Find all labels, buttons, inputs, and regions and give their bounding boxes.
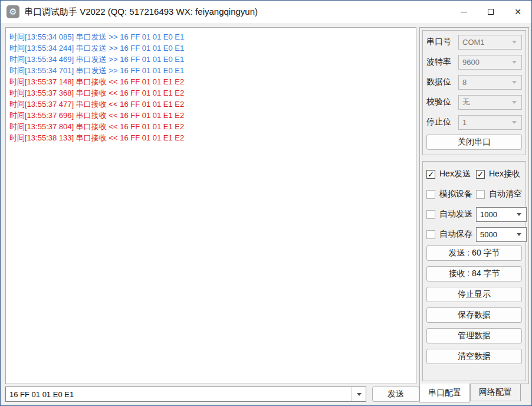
auto-save-checkbox[interactable]: 自动保存 xyxy=(426,229,472,240)
option-row-2-left: 自动发送 xyxy=(426,209,476,220)
port-value: COM1 xyxy=(462,38,485,47)
databits-label: 数据位 xyxy=(426,77,458,87)
tab-serial-config[interactable]: 串口配置 xyxy=(419,384,470,402)
send-data-input[interactable] xyxy=(6,387,352,401)
clear-data-button[interactable]: 清空数据 xyxy=(426,349,522,364)
chevron-down-icon xyxy=(512,61,517,64)
auto-clear-checkbox[interactable]: 自动清空 xyxy=(476,189,522,199)
minimize-icon xyxy=(461,12,467,12)
serial-settings-rows: 串口号COM1波特率9600数据位8校验位无停止位1 xyxy=(426,34,522,130)
simulate-device-label: 模拟设备 xyxy=(439,189,472,199)
manage-data-button[interactable]: 管理数据 xyxy=(426,328,522,343)
stopbits-row: 停止位1 xyxy=(426,114,522,130)
hex-send-checkbox[interactable]: ✓Hex发送 xyxy=(426,169,471,179)
receive-count-button[interactable]: 接收 : 84 字节 xyxy=(426,266,522,281)
option-row-2: 自动发送1000 xyxy=(426,204,522,224)
log-line-receive: 时间[13:55:37 696] 串口接收 << 16 FF 01 01 E1 … xyxy=(9,110,412,121)
chevron-down-icon xyxy=(357,393,362,396)
option-row-0-left: ✓Hex发送 xyxy=(426,169,476,179)
hex-receive-label: Hex接收 xyxy=(489,169,520,179)
checkbox-unchecked-icon xyxy=(426,210,435,219)
close-serial-button[interactable]: 关闭串口 xyxy=(426,135,522,150)
option-row-1: 模拟设备自动清空 xyxy=(426,184,522,204)
log-line-receive: 时间[13:55:37 804] 串口接收 << 16 FF 01 01 E1 … xyxy=(9,121,412,132)
send-history-dropdown-button[interactable] xyxy=(352,387,366,401)
send-button[interactable]: 发送 xyxy=(372,387,419,402)
close-icon: ✕ xyxy=(514,8,521,16)
baudrate-value: 9600 xyxy=(462,58,480,67)
hex-send-label: Hex发送 xyxy=(439,169,471,179)
auto-send-label: 自动发送 xyxy=(439,209,472,220)
stopbits-value: 1 xyxy=(462,118,467,127)
log-line-receive: 时间[13:55:37 148] 串口接收 << 16 FF 01 01 E1 … xyxy=(9,76,412,87)
option-row-3: 自动保存5000 xyxy=(426,224,522,244)
chevron-down-icon xyxy=(517,213,521,216)
stopbits-label: 停止位 xyxy=(426,117,458,127)
serial-config-pane: 串口号COM1波特率9600数据位8校验位无停止位1 关闭串口 ✓Hex发送✓H… xyxy=(419,27,529,384)
send-count-button[interactable]: 发送 : 60 字节 xyxy=(426,245,522,261)
simulate-device-checkbox[interactable]: 模拟设备 xyxy=(426,189,472,199)
log-line-send: 时间[13:55:34 085] 串口发送 >> 16 FF 01 01 E0 … xyxy=(9,31,412,42)
checkbox-checked-icon: ✓ xyxy=(426,170,435,179)
chevron-down-icon xyxy=(512,81,517,84)
send-data-combobox xyxy=(5,387,366,402)
auto-send-interval-combo[interactable]: 1000 xyxy=(476,207,527,222)
port-row: 串口号COM1 xyxy=(426,34,522,50)
checkbox-checked-icon: ✓ xyxy=(476,170,485,179)
stopbits-combo[interactable]: 1 xyxy=(458,115,522,130)
parity-label: 校验位 xyxy=(426,97,458,107)
databits-combo[interactable]: 8 xyxy=(458,75,522,90)
title-bar: ⚙ 串口调试助手 V2022 (QQ: 517216493 WX: feiyan… xyxy=(1,1,531,23)
baudrate-row: 波特率9600 xyxy=(426,54,522,70)
parity-combo[interactable]: 无 xyxy=(458,95,522,110)
chevron-down-icon xyxy=(512,101,517,104)
window-title: 串口调试助手 V2022 (QQ: 517216493 WX: feiyangq… xyxy=(24,6,258,18)
checkbox-unchecked-icon xyxy=(426,190,435,199)
chevron-down-icon xyxy=(512,41,517,44)
log-line-send: 时间[13:55:34 244] 串口发送 >> 16 FF 01 01 E0 … xyxy=(9,42,412,54)
tab-network-config[interactable]: 网络配置 xyxy=(470,384,521,401)
stop-display-button[interactable]: 停止显示 xyxy=(426,287,522,302)
auto-clear-label: 自动清空 xyxy=(489,189,522,199)
hex-receive-checkbox[interactable]: ✓Hex接收 xyxy=(476,169,520,179)
gear-icon: ⚙ xyxy=(6,5,19,18)
close-button[interactable]: ✕ xyxy=(504,1,531,23)
log-line-send: 时间[13:55:34 469] 串口发送 >> 16 FF 01 01 E0 … xyxy=(9,54,412,65)
options-group: ✓Hex发送✓Hex接收模拟设备自动清空自动发送1000自动保存5000 发送 … xyxy=(422,161,526,381)
chevron-down-icon xyxy=(517,233,521,236)
save-data-button[interactable]: 保存数据 xyxy=(426,307,522,323)
serial-settings-group: 串口号COM1波特率9600数据位8校验位无停止位1 关闭串口 xyxy=(422,30,526,155)
baudrate-label: 波特率 xyxy=(426,57,458,67)
auto-save-interval-value: 5000 xyxy=(480,230,497,239)
port-label: 串口号 xyxy=(426,37,458,47)
auto-send-interval-value: 1000 xyxy=(480,210,497,219)
tab-bar: 串口配置网络配置 xyxy=(419,384,521,402)
parity-row: 校验位无 xyxy=(426,94,522,110)
checkbox-unchecked-icon xyxy=(426,230,435,239)
log-line-receive: 时间[13:55:37 368] 串口接收 << 16 FF 01 01 E1 … xyxy=(9,87,412,99)
log-line-receive: 时间[13:55:38 133] 串口接收 << 16 FF 01 01 E1 … xyxy=(9,132,412,143)
option-rows: ✓Hex发送✓Hex接收模拟设备自动清空自动发送1000自动保存5000 xyxy=(426,164,522,244)
auto-save-label: 自动保存 xyxy=(439,229,472,240)
databits-row: 数据位8 xyxy=(426,74,522,90)
maximize-icon xyxy=(488,9,494,15)
maximize-button[interactable] xyxy=(477,1,504,23)
log-line-send: 时间[13:55:34 701] 串口发送 >> 16 FF 01 01 E0 … xyxy=(9,65,412,76)
auto-save-interval-combo[interactable]: 5000 xyxy=(476,227,527,242)
chevron-down-icon xyxy=(512,121,517,124)
checkbox-unchecked-icon xyxy=(476,190,485,199)
auto-send-checkbox[interactable]: 自动发送 xyxy=(426,209,472,220)
parity-value: 无 xyxy=(462,97,470,107)
window-controls: ✕ xyxy=(450,1,531,23)
option-row-1-left: 模拟设备 xyxy=(426,189,476,199)
panel-buttons: 发送 : 60 字节接收 : 84 字节停止显示保存数据管理数据清空数据 xyxy=(426,245,522,364)
minimize-button[interactable] xyxy=(450,1,477,23)
log-area[interactable]: 时间[13:55:34 085] 串口发送 >> 16 FF 01 01 E0 … xyxy=(5,27,416,384)
baudrate-combo[interactable]: 9600 xyxy=(458,55,522,70)
option-row-0: ✓Hex发送✓Hex接收 xyxy=(426,164,522,184)
log-line-receive: 时间[13:55:37 477] 串口接收 << 16 FF 01 01 E1 … xyxy=(9,99,412,110)
option-row-3-left: 自动保存 xyxy=(426,229,476,240)
app-window: ⚙ 串口调试助手 V2022 (QQ: 517216493 WX: feiyan… xyxy=(0,0,532,406)
port-combo[interactable]: COM1 xyxy=(458,35,522,50)
databits-value: 8 xyxy=(462,78,467,87)
